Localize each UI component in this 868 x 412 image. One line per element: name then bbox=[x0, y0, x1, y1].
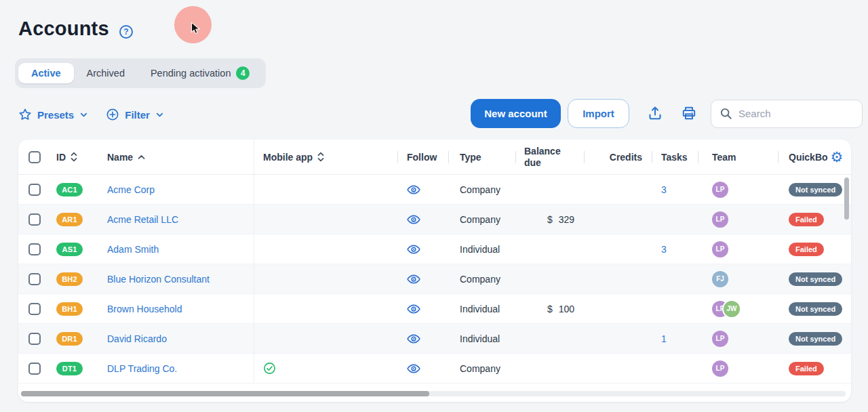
balance-due-value bbox=[515, 264, 584, 293]
account-type: Individual bbox=[448, 234, 515, 264]
sort-both-icon bbox=[71, 152, 77, 162]
quickbooks-status-badge: Failed bbox=[789, 362, 824, 375]
account-id-badge: BH2 bbox=[56, 272, 83, 286]
account-id-badge: BH1 bbox=[56, 302, 83, 316]
table-row: BH1Brown HouseholdIndividual$ 100LPJWNot… bbox=[18, 294, 851, 324]
sort-asc-icon bbox=[138, 154, 145, 160]
column-header-type: Type bbox=[448, 140, 515, 174]
follow-eye-icon[interactable] bbox=[407, 362, 420, 375]
credits-value bbox=[584, 175, 652, 204]
row-checkbox[interactable] bbox=[28, 303, 41, 315]
table-row: DT1DLP Trading Co.CompanyLPFailed bbox=[18, 354, 851, 384]
export-upload-button[interactable] bbox=[647, 105, 663, 123]
column-header-name[interactable]: Name bbox=[107, 152, 145, 163]
follow-eye-icon[interactable] bbox=[407, 302, 420, 316]
mobile-app-check-icon bbox=[263, 362, 276, 375]
account-name-link[interactable]: Blue Horizon Consultant bbox=[107, 274, 210, 285]
follow-eye-icon[interactable] bbox=[407, 213, 420, 226]
quickbooks-status-badge: Failed bbox=[789, 213, 824, 226]
row-checkbox[interactable] bbox=[28, 243, 41, 255]
balance-due-value bbox=[515, 175, 584, 204]
row-checkbox[interactable] bbox=[28, 213, 41, 226]
tab-archived[interactable]: Archived bbox=[74, 63, 138, 83]
tab-count-badge: 4 bbox=[236, 66, 250, 80]
tasks-count-link[interactable]: 3 bbox=[661, 184, 667, 195]
account-name-link[interactable]: Brown Household bbox=[107, 304, 182, 314]
account-id-badge: DR1 bbox=[56, 332, 83, 346]
print-button[interactable] bbox=[681, 105, 697, 123]
select-all-checkbox[interactable] bbox=[28, 151, 41, 163]
status-tabbar: ActiveArchivedPending activation4 bbox=[15, 58, 266, 88]
balance-due-value: $ 100 bbox=[515, 294, 584, 323]
chevron-down-icon bbox=[155, 110, 164, 119]
filter-dropdown[interactable]: Filter bbox=[106, 108, 164, 121]
table-row: AS1Adam SmithIndividual3LPFailed bbox=[18, 234, 851, 264]
follow-eye-icon[interactable] bbox=[407, 183, 420, 197]
star-icon bbox=[18, 108, 32, 121]
quickbooks-status-badge: Not synced bbox=[789, 302, 842, 316]
import-button[interactable]: Import bbox=[568, 99, 629, 128]
account-id-badge: AR1 bbox=[56, 213, 83, 226]
account-name-link[interactable]: David Ricardo bbox=[107, 333, 167, 344]
account-type: Company bbox=[448, 205, 515, 234]
search-input[interactable] bbox=[738, 108, 840, 119]
upload-icon bbox=[647, 105, 663, 121]
column-settings-gear-icon[interactable]: ⚙ bbox=[829, 149, 845, 165]
quickbooks-status-badge: Not synced bbox=[789, 183, 842, 197]
column-header-id[interactable]: ID bbox=[56, 152, 77, 163]
accounts-page: Accounts ? ActiveArchivedPending activat… bbox=[0, 0, 868, 412]
credits-value bbox=[584, 324, 652, 353]
account-name-link[interactable]: Acme Retail LLC bbox=[107, 214, 178, 225]
column-header-follow: Follow bbox=[397, 140, 448, 174]
balance-due-value bbox=[515, 324, 584, 353]
row-checkbox[interactable] bbox=[28, 363, 41, 375]
plus-circle-icon bbox=[106, 108, 119, 121]
tab-label: Pending activation bbox=[151, 68, 231, 79]
team-avatar-lp: LP bbox=[712, 241, 728, 258]
account-id-badge: AC1 bbox=[56, 183, 83, 197]
column-header-team: Team bbox=[698, 140, 778, 174]
account-name-link[interactable]: DLP Trading Co. bbox=[107, 363, 177, 374]
account-name-link[interactable]: Adam Smith bbox=[107, 244, 159, 255]
horizontal-scrollbar-track bbox=[21, 391, 846, 396]
new-account-button[interactable]: New account bbox=[471, 99, 561, 128]
follow-eye-icon[interactable] bbox=[407, 243, 420, 256]
quickbooks-status-badge: Not synced bbox=[789, 272, 842, 286]
row-checkbox[interactable] bbox=[28, 333, 41, 345]
vertical-scrollbar-thumb[interactable] bbox=[844, 178, 849, 220]
presets-label: Presets bbox=[37, 109, 74, 121]
tab-pending-activation[interactable]: Pending activation4 bbox=[138, 62, 263, 85]
team-avatar-lp: LP bbox=[712, 182, 728, 198]
quickbooks-status-badge: Failed bbox=[789, 243, 824, 256]
filter-label: Filter bbox=[125, 109, 150, 121]
table-row: AC1Acme CorpCompany3LPNot synced bbox=[18, 175, 851, 205]
account-type: Company bbox=[448, 175, 515, 204]
printer-icon bbox=[681, 105, 697, 121]
account-type: Individual bbox=[448, 324, 515, 353]
tasks-count-link[interactable]: 1 bbox=[661, 333, 667, 344]
follow-eye-icon[interactable] bbox=[407, 272, 420, 286]
row-checkbox[interactable] bbox=[28, 184, 41, 196]
account-type: Company bbox=[448, 264, 515, 293]
team-avatar-lp: LP bbox=[712, 360, 728, 377]
credits-value bbox=[584, 294, 652, 323]
tab-active[interactable]: Active bbox=[18, 63, 74, 83]
cursor-highlight-circle bbox=[174, 6, 212, 43]
credits-value bbox=[584, 264, 652, 293]
balance-due-value bbox=[515, 234, 584, 264]
row-checkbox[interactable] bbox=[28, 273, 41, 285]
table-header-row: ID Name Mobile app Follow Type Balance d… bbox=[18, 140, 851, 175]
column-header-mobile-app[interactable]: Mobile app bbox=[263, 152, 324, 163]
follow-eye-icon[interactable] bbox=[407, 332, 420, 346]
presets-dropdown[interactable]: Presets bbox=[18, 108, 88, 121]
help-icon[interactable]: ? bbox=[119, 25, 133, 39]
team-avatar-lp: LP bbox=[712, 211, 728, 228]
column-header-balance-due: Balance due bbox=[515, 140, 584, 174]
horizontal-scrollbar-thumb[interactable] bbox=[21, 391, 429, 396]
quickbooks-status-badge: Not synced bbox=[789, 332, 842, 346]
credits-value bbox=[584, 234, 652, 264]
account-name-link[interactable]: Acme Corp bbox=[107, 184, 155, 195]
tasks-count-link[interactable]: 3 bbox=[661, 244, 667, 255]
filter-toolbar: Presets Filter bbox=[18, 103, 164, 126]
table-row: BH2Blue Horizon ConsultantCompanyFJNot s… bbox=[18, 264, 851, 294]
